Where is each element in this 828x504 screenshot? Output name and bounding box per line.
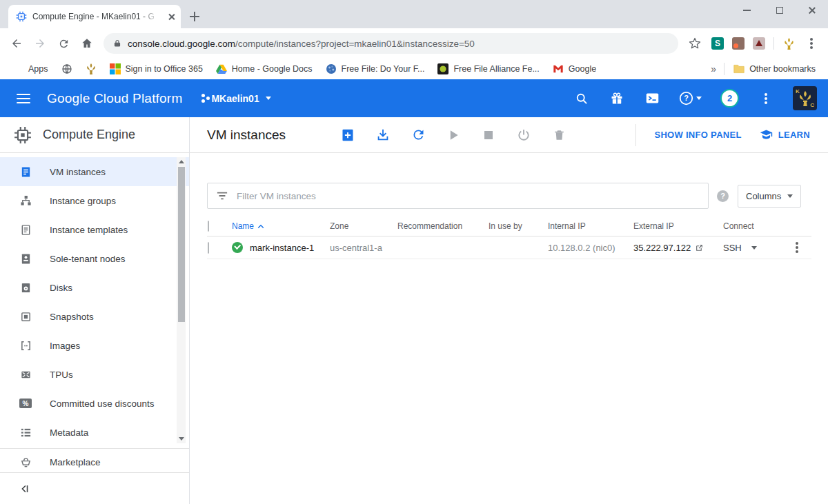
help-menu[interactable]: ?: [679, 91, 702, 105]
extensions-strip: S: [709, 37, 798, 50]
sidebar-item-vm-instances[interactable]: VM instances: [0, 157, 189, 186]
row-checkbox[interactable]: [208, 242, 209, 254]
minimize-icon: [743, 10, 751, 11]
sidebar-scrollbar[interactable]: [177, 157, 186, 443]
navigation-menu-icon[interactable]: [17, 94, 30, 103]
forward-button[interactable]: [30, 34, 50, 53]
column-header-zone[interactable]: Zone: [330, 221, 397, 231]
back-button[interactable]: [7, 34, 26, 53]
close-button[interactable]: [796, 0, 828, 21]
filter-box[interactable]: [207, 183, 709, 209]
bookmark-free-file-alliance[interactable]: Free File Alliance Fe...: [433, 61, 543, 77]
sidebar-item-tpus[interactable]: TPUs: [0, 360, 189, 389]
bookmark-free-file[interactable]: Free File: Do Your F...: [322, 61, 429, 77]
row-actions-menu-icon[interactable]: [782, 246, 811, 249]
column-header-external-ip[interactable]: External IP: [633, 221, 723, 231]
browser-tab[interactable]: Compute Engine - MKaelin01 - G: [8, 5, 181, 28]
chrome-menu-icon[interactable]: [802, 34, 821, 53]
address-bar[interactable]: console.cloud.google.com/compute/instanc…: [103, 33, 678, 54]
start-vm-button[interactable]: [445, 127, 462, 143]
extension-icon-teal[interactable]: S: [711, 37, 724, 50]
bookmarks-overflow-chevron[interactable]: »: [708, 63, 719, 74]
learn-label: LEARN: [778, 130, 810, 140]
reload-button[interactable]: [54, 34, 73, 53]
vm-instances-icon: [19, 165, 32, 178]
external-link-icon[interactable]: [695, 243, 704, 252]
bookmark-star-icon[interactable]: [685, 34, 704, 53]
sidebar-item-snapshots[interactable]: Snapshots: [0, 302, 189, 331]
home-button[interactable]: [77, 34, 97, 53]
compute-engine-favicon: [16, 11, 27, 22]
delete-vm-button[interactable]: [551, 127, 567, 143]
sidebar-item-committed-use-discounts[interactable]: % Committed use discounts: [0, 389, 189, 418]
column-header-internal-ip[interactable]: Internal IP: [548, 221, 633, 231]
sidebar-item-label: Instance groups: [50, 196, 116, 206]
bookmark-label: Google: [569, 64, 596, 74]
bookmark-google-docs[interactable]: Home - Google Docs: [212, 61, 317, 77]
create-instance-button[interactable]: [339, 127, 356, 143]
sidebar-item-sole-tenant-nodes[interactable]: Sole-tenant nodes: [0, 244, 189, 273]
project-icon: [201, 94, 205, 97]
divider: [635, 124, 636, 146]
bookmark-office365[interactable]: Sign in to Office 365: [106, 61, 207, 77]
percent-icon: %: [19, 397, 32, 410]
gcp-brand[interactable]: Google Cloud Platform: [47, 91, 182, 106]
refresh-button[interactable]: [410, 127, 426, 143]
tab-close-icon[interactable]: [168, 13, 175, 21]
bookmark-google[interactable]: Google: [549, 61, 600, 77]
gcp-more-menu-icon[interactable]: [758, 90, 774, 107]
minimize-button[interactable]: [731, 0, 763, 21]
sidebar-item-metadata[interactable]: Metadata: [0, 418, 189, 447]
gift-icon[interactable]: [609, 90, 625, 107]
bookmark-apps[interactable]: Apps: [8, 61, 52, 77]
learn-button[interactable]: LEARN: [760, 128, 810, 141]
other-bookmarks[interactable]: Other bookmarks: [729, 61, 820, 77]
scrollbar-thumb[interactable]: [178, 167, 185, 322]
instance-name-link[interactable]: mark-instance-1: [250, 243, 314, 253]
bookmark-globe[interactable]: [57, 61, 77, 77]
project-switcher[interactable]: MKaelin01: [201, 93, 270, 104]
stop-vm-button[interactable]: [480, 127, 497, 143]
sidebar-item-label: Disks: [50, 283, 72, 293]
bookmark-fleur[interactable]: [81, 61, 101, 77]
table-header-row: Name Zone Recommendation In use by Inter…: [207, 216, 811, 236]
sidebar-item-marketplace[interactable]: Marketplace: [0, 450, 189, 472]
sidebar-item-disks[interactable]: Disks: [0, 273, 189, 302]
ssh-connect-button[interactable]: SSH: [723, 243, 782, 253]
account-avatar[interactable]: K C: [793, 86, 817, 110]
column-header-recommendation[interactable]: Recommendation: [397, 221, 489, 231]
maximize-button[interactable]: [763, 0, 796, 21]
sidebar-item-images[interactable]: Images: [0, 331, 189, 360]
page-header-right: SHOW INFO PANEL LEARN: [635, 124, 810, 146]
chevron-down-icon: [696, 97, 702, 100]
column-header-in-use-by[interactable]: In use by: [489, 221, 548, 231]
vm-list-body: ? Columns Name Zone Recommendat: [190, 153, 828, 259]
columns-button[interactable]: Columns: [738, 185, 801, 208]
import-vm-button[interactable]: [375, 127, 391, 143]
sidebar-item-label: Images: [50, 341, 80, 351]
content-area: Compute Engine VM instances Instance gro…: [0, 117, 828, 504]
sidebar-collapse-button[interactable]: [0, 472, 189, 504]
browser-toolbar: console.cloud.google.com/compute/instanc…: [0, 28, 828, 59]
column-header-name[interactable]: Name: [232, 221, 330, 231]
search-icon[interactable]: [573, 90, 590, 107]
scroll-down-arrow[interactable]: [179, 437, 184, 441]
select-all-checkbox[interactable]: [208, 221, 209, 232]
extension-icon-orange[interactable]: [732, 37, 745, 50]
filter-vm-input[interactable]: [237, 191, 699, 201]
cloud-shell-icon[interactable]: [644, 90, 660, 107]
sidebar-item-instance-groups[interactable]: Instance groups: [0, 186, 189, 215]
divider: [724, 63, 724, 75]
main-panel: VM instances: [190, 117, 828, 504]
sidebar-item-instance-templates[interactable]: Instance templates: [0, 215, 189, 244]
sole-tenant-nodes-icon: [19, 252, 32, 265]
reset-vm-button[interactable]: [515, 127, 532, 143]
scroll-up-arrow[interactable]: [179, 160, 184, 163]
column-header-connect: Connect: [723, 221, 782, 231]
notifications-badge[interactable]: 2: [720, 89, 739, 108]
show-info-panel-button[interactable]: SHOW INFO PANEL: [654, 130, 741, 140]
extension-icon-fleur-de-lis[interactable]: [782, 37, 795, 50]
extension-icon-acrobat[interactable]: [753, 37, 765, 50]
new-tab-button[interactable]: [185, 7, 204, 26]
filter-help-icon[interactable]: ?: [717, 190, 729, 202]
